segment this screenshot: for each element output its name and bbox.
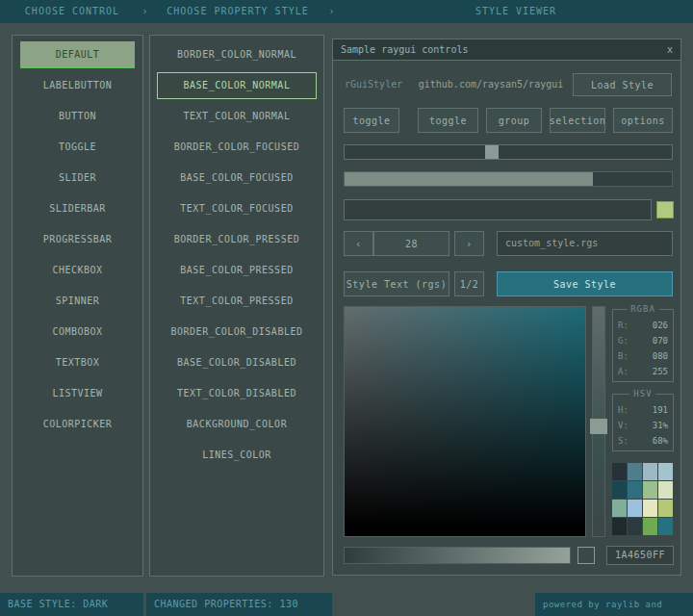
- channel-label: G:: [618, 333, 629, 348]
- sample-sliderbar[interactable]: [344, 171, 673, 187]
- palette-swatch-13[interactable]: [628, 518, 642, 535]
- palette-swatch-11[interactable]: [658, 500, 673, 517]
- right-arrow-icon: ›: [466, 239, 473, 249]
- sample-textbox[interactable]: [344, 199, 652, 220]
- hsv-group-title: HSV: [629, 389, 655, 398]
- property-item-text_color_normal[interactable]: TEXT_COLOR_NORMAL: [157, 103, 317, 130]
- channel-label: R:: [618, 318, 629, 333]
- property-item-border_color_focused[interactable]: BORDER_COLOR_FOCUSED: [157, 134, 317, 161]
- channel-value: 191: [653, 402, 668, 418]
- styler-label: rGuiStyler: [345, 73, 402, 96]
- spinner-value[interactable]: 28: [373, 231, 449, 256]
- control-item-default[interactable]: DEFAULT: [20, 41, 135, 68]
- control-item-colorpicker[interactable]: COLORPICKER: [20, 411, 135, 438]
- toggle-button-0[interactable]: toggle: [344, 108, 399, 133]
- property-item-base_color_focused[interactable]: BASE_COLOR_FOCUSED: [157, 165, 317, 192]
- control-item-listview[interactable]: LISTVIEW: [20, 380, 135, 407]
- rgba-group-title: RGBA: [627, 304, 659, 314]
- property-item-text_color_disabled[interactable]: TEXT_COLOR_DISABLED: [157, 380, 317, 407]
- toggle-row: toggletogglegroupselectionoptions: [333, 108, 680, 133]
- property-item-background_color[interactable]: BACKGROUND_COLOR: [157, 411, 317, 438]
- step-style-viewer: STYLE VIEWER: [339, 0, 693, 23]
- sample-slider[interactable]: [344, 144, 673, 160]
- style-text-combobox[interactable]: Style Text (rgs): [344, 271, 449, 296]
- hue-slider[interactable]: [592, 306, 605, 537]
- palette-swatch-4[interactable]: [612, 481, 627, 499]
- control-item-button[interactable]: BUTTON: [20, 103, 135, 130]
- property-item-base_color_pressed[interactable]: BASE_COLOR_PRESSED: [157, 257, 317, 284]
- palette-swatch-15[interactable]: [658, 518, 673, 535]
- color-value-box[interactable]: [656, 201, 674, 218]
- hsv-group: HSV H:191V:31%S:68%: [612, 394, 674, 451]
- property-item-text_color_pressed[interactable]: TEXT_COLOR_PRESSED: [157, 288, 317, 315]
- control-item-toggle[interactable]: TOGGLE: [20, 134, 135, 161]
- control-item-combobox[interactable]: COMBOBOX: [20, 319, 135, 346]
- channel-value: 255: [653, 364, 668, 379]
- palette-swatch-14[interactable]: [643, 518, 657, 535]
- palette-swatch-9[interactable]: [628, 500, 642, 517]
- group-row: H:191: [618, 402, 668, 418]
- control-item-checkbox[interactable]: CHECKBOX: [20, 257, 135, 284]
- spinner-increase-button[interactable]: ›: [454, 231, 484, 256]
- control-item-sliderbar[interactable]: SLIDERBAR: [20, 195, 135, 222]
- color-preview-box[interactable]: [578, 547, 595, 564]
- channel-value: 31%: [653, 418, 668, 433]
- channel-value: 68%: [653, 433, 668, 449]
- palette-swatch-7[interactable]: [658, 481, 673, 499]
- status-credit: powered by raylib and raygui: [535, 593, 693, 616]
- save-style-button[interactable]: Save Style: [497, 271, 673, 296]
- control-item-progressbar[interactable]: PROGRESSBAR: [20, 226, 135, 253]
- combobox-counter-button[interactable]: 1/2: [454, 271, 484, 296]
- step-choose-control: CHOOSE CONTROL: [0, 0, 144, 23]
- window-content: rGuiStyler github.com/raysan5/raygui Loa…: [333, 61, 680, 575]
- control-item-slider[interactable]: SLIDER: [20, 165, 135, 192]
- palette-swatch-10[interactable]: [643, 500, 657, 517]
- palette-swatch-5[interactable]: [628, 481, 642, 499]
- property-item-text_color_focused[interactable]: TEXT_COLOR_FOCUSED: [157, 195, 317, 222]
- group-row: G:070: [618, 333, 668, 348]
- property-item-base_color_normal[interactable]: BASE_COLOR_NORMAL: [157, 72, 317, 99]
- filename-textbox[interactable]: custom_style.rgs: [497, 231, 673, 256]
- hex-value-box[interactable]: 1A4650FF: [606, 546, 674, 565]
- palette-swatch-0[interactable]: [612, 463, 627, 480]
- property-item-lines_color[interactable]: LINES_COLOR: [157, 442, 317, 469]
- control-item-textbox[interactable]: TEXTBOX: [20, 349, 135, 376]
- alpha-slider[interactable]: [344, 547, 571, 564]
- control-item-spinner[interactable]: SPINNER: [20, 288, 135, 315]
- top-bar: CHOOSE CONTROL › CHOOSE PROPERTY STYLE ›…: [0, 0, 693, 23]
- palette-swatch-2[interactable]: [643, 463, 657, 480]
- palette-swatch-8[interactable]: [612, 500, 627, 517]
- channel-label: B:: [618, 348, 629, 364]
- control-item-labelbutton[interactable]: LABELBUTTON: [20, 72, 135, 99]
- close-icon[interactable]: x: [667, 44, 673, 55]
- toggle-button-2[interactable]: group: [486, 108, 542, 133]
- chevron-separator-icon: ›: [327, 0, 337, 23]
- slider-handle[interactable]: [485, 145, 499, 159]
- property-item-base_color_disabled[interactable]: BASE_COLOR_DISABLED: [157, 349, 317, 376]
- hue-handle[interactable]: [590, 419, 607, 434]
- property-item-border_color_pressed[interactable]: BORDER_COLOR_PRESSED: [157, 226, 317, 253]
- palette-swatch-12[interactable]: [612, 518, 627, 535]
- left-arrow-icon: ‹: [355, 239, 362, 249]
- palette-swatch-1[interactable]: [628, 463, 642, 480]
- step-choose-property-style: CHOOSE PROPERTY STYLE: [148, 0, 327, 23]
- channel-label: H:: [618, 402, 629, 418]
- palette-swatch-3[interactable]: [658, 463, 673, 480]
- channel-value: 080: [653, 348, 668, 364]
- status-changed-properties: CHANGED PROPERTIES: 130: [146, 593, 332, 616]
- channel-label: S:: [618, 433, 629, 449]
- color-picker-area[interactable]: [344, 306, 586, 537]
- channel-label: V:: [618, 418, 629, 433]
- group-row: V:31%: [618, 418, 668, 433]
- group-row: B:080: [618, 348, 668, 364]
- toggle-button-1[interactable]: toggle: [418, 108, 478, 133]
- toggle-button-4[interactable]: options: [613, 108, 673, 133]
- spinner-decrease-button[interactable]: ‹: [344, 231, 373, 256]
- palette-swatch-6[interactable]: [643, 481, 657, 499]
- toggle-button-3[interactable]: selection: [550, 108, 605, 133]
- window-title-bar[interactable]: Sample raygui controls x: [333, 39, 680, 61]
- property-item-border_color_normal[interactable]: BORDER_COLOR_NORMAL: [157, 41, 317, 68]
- group-row: R:026: [618, 318, 668, 333]
- load-style-button[interactable]: Load Style: [573, 73, 672, 96]
- property-item-border_color_disabled[interactable]: BORDER_COLOR_DISABLED: [157, 319, 317, 346]
